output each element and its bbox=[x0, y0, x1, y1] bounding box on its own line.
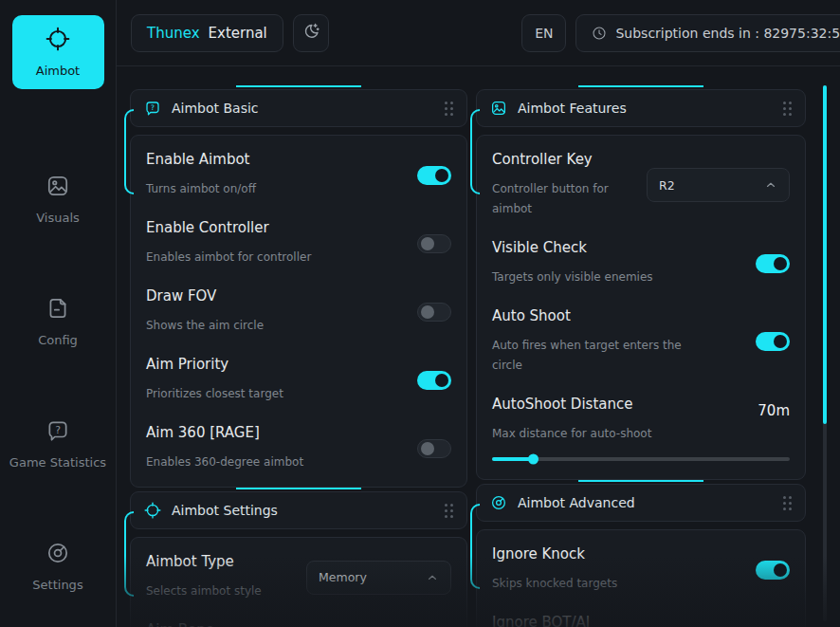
drag-handle[interactable] bbox=[445, 101, 453, 116]
sidebar-item-label: Game Statistics bbox=[9, 455, 106, 470]
setting-label: Aim Priority bbox=[146, 356, 283, 373]
setting-label: Draw FOV bbox=[146, 287, 264, 304]
card-title: Aimbot Settings bbox=[172, 503, 278, 518]
section-accent-line bbox=[236, 488, 361, 489]
setting-description: Turns aimbot on/off bbox=[146, 179, 256, 199]
section-accent-line bbox=[578, 85, 703, 87]
ignore-knock-toggle[interactable] bbox=[756, 561, 790, 580]
setting-row: Aim Bone Chooses the aim body part Head bbox=[146, 611, 451, 627]
sidebar-item-visuals[interactable]: Visuals bbox=[0, 138, 116, 261]
setting-row: Draw FOV Shows the aim circle bbox=[146, 277, 451, 345]
aim-priority-toggle[interactable] bbox=[417, 371, 451, 390]
setting-row: AutoShoot Distance 70m Max distance for … bbox=[492, 385, 790, 474]
select-value: R2 bbox=[659, 178, 675, 193]
setting-label: Ignore BOT/AI bbox=[492, 614, 609, 627]
section-accent-bracket bbox=[124, 511, 134, 597]
brand-button[interactable]: Thunex External bbox=[131, 14, 283, 52]
theme-toggle-button[interactable] bbox=[293, 14, 329, 52]
card-body-aimbot-settings: Aimbot Type Selects aimbot style Memory … bbox=[130, 537, 467, 627]
aim-360-rage-toggle[interactable] bbox=[417, 439, 451, 458]
app-window: Aimbot Visuals Config ? Game Statistics … bbox=[0, 0, 840, 627]
slider-fill bbox=[492, 457, 531, 461]
enable-controller-toggle[interactable] bbox=[417, 234, 451, 253]
subscription-text: Subscription ends in : 82975:32:53 bbox=[615, 26, 840, 41]
card-body-aimbot-basic: Enable Aimbot Turns aimbot on/off Enable… bbox=[130, 135, 467, 488]
image-icon bbox=[46, 174, 70, 201]
card-title: Aimbot Basic bbox=[172, 101, 259, 116]
column-right: Aimbot Features Controller Key Controlle… bbox=[476, 85, 806, 627]
main-area: Thunex External EN Subscription ends in … bbox=[117, 0, 840, 627]
controller-key-select[interactable]: R2 bbox=[647, 168, 790, 202]
svg-text:?: ? bbox=[55, 424, 61, 436]
sidebar-item-label: Settings bbox=[32, 578, 82, 592]
question-bubble-icon: ? bbox=[46, 418, 70, 446]
setting-row: Enable Controller Enables aimbot for con… bbox=[146, 209, 451, 277]
slider-value: 70m bbox=[758, 402, 790, 419]
sidebar-item-game-statistics[interactable]: ? Game Statistics bbox=[0, 383, 116, 506]
card-title: Aimbot Advanced bbox=[518, 495, 635, 510]
scrollbar-thumb[interactable] bbox=[823, 85, 827, 424]
auto-shoot-toggle[interactable] bbox=[756, 332, 790, 351]
draw-fov-toggle[interactable] bbox=[417, 303, 451, 322]
column-left: ? Aimbot Basic Enable Aimbot Turns aimbo… bbox=[130, 85, 467, 627]
section-aimbot-advanced: Aimbot Advanced Ignore Knock Skips knock… bbox=[476, 480, 806, 627]
chevron-up-icon bbox=[426, 571, 439, 584]
slider-knob[interactable] bbox=[528, 454, 539, 465]
setting-label: Aimbot Type bbox=[146, 553, 262, 570]
drag-handle[interactable] bbox=[445, 504, 453, 518]
section-aimbot-basic: ? Aimbot Basic Enable Aimbot Turns aimbo… bbox=[130, 85, 467, 488]
sidebar-item-aimbot[interactable]: Aimbot bbox=[12, 15, 104, 89]
card-header-aimbot-basic: ? Aimbot Basic bbox=[130, 89, 467, 127]
setting-label: Aim Bone bbox=[146, 621, 300, 627]
setting-label: Enable Aimbot bbox=[146, 151, 256, 168]
aimbot-type-select[interactable]: Memory bbox=[306, 561, 451, 595]
section-accent-line bbox=[236, 85, 361, 87]
brand-name: Thunex bbox=[147, 25, 200, 42]
setting-description: Shows the aim circle bbox=[146, 316, 264, 336]
section-accent-bracket bbox=[470, 504, 480, 589]
setting-row: Ignore Knock Skips knocked targets bbox=[492, 535, 790, 603]
sidebar-item-label: Config bbox=[38, 333, 78, 347]
setting-row: Aimbot Type Selects aimbot style Memory bbox=[146, 543, 451, 611]
setting-label: Aim 360 [RAGE] bbox=[146, 424, 303, 441]
section-aimbot-settings: Aimbot Settings Aimbot Type Selects aimb… bbox=[130, 488, 467, 627]
content-scrollbar[interactable] bbox=[823, 85, 827, 621]
section-accent-bracket bbox=[124, 109, 134, 194]
sidebar: Aimbot Visuals Config ? Game Statistics … bbox=[0, 0, 117, 627]
select-value: Memory bbox=[319, 570, 367, 584]
card-header-aimbot-advanced: Aimbot Advanced bbox=[476, 484, 806, 522]
brand-suffix: External bbox=[209, 25, 267, 42]
drag-handle[interactable] bbox=[783, 101, 792, 116]
question-bubble-icon: ? bbox=[144, 100, 161, 117]
subscription-badge: Subscription ends in : 82975:32:53 bbox=[575, 14, 840, 52]
section-accent-line bbox=[578, 480, 703, 482]
enable-aimbot-toggle[interactable] bbox=[417, 166, 451, 185]
crosshair-icon bbox=[46, 27, 70, 54]
sidebar-item-settings[interactable]: Settings bbox=[0, 505, 116, 627]
drag-handle[interactable] bbox=[783, 496, 792, 510]
setting-row: Auto Shoot Auto fires when target enters… bbox=[492, 297, 790, 385]
card-title: Aimbot Features bbox=[518, 101, 627, 116]
visible-check-toggle[interactable] bbox=[756, 254, 790, 273]
card-body-aimbot-advanced: Ignore Knock Skips knocked targets Ignor… bbox=[476, 529, 806, 627]
setting-row: Controller Key Controller button for aim… bbox=[492, 140, 790, 229]
chevron-up-icon bbox=[764, 178, 777, 192]
card-header-aimbot-features: Aimbot Features bbox=[476, 89, 806, 127]
setting-description: Enables aimbot for controller bbox=[146, 248, 311, 267]
setting-label: Enable Controller bbox=[146, 219, 311, 236]
setting-row: Aim 360 [RAGE] Enables 360-degree aimbot bbox=[146, 414, 451, 482]
file-icon bbox=[46, 296, 70, 323]
autoshoot-distance-slider[interactable] bbox=[492, 457, 790, 461]
setting-description: Targets only visible enemies bbox=[492, 267, 653, 287]
sidebar-item-config[interactable]: Config bbox=[0, 261, 116, 383]
setting-row: Enable Aimbot Turns aimbot on/off bbox=[146, 140, 451, 209]
clock-icon bbox=[592, 26, 607, 41]
image-icon bbox=[490, 100, 507, 117]
crosshair-icon bbox=[144, 502, 161, 519]
setting-description: Max distance for auto-shoot bbox=[492, 424, 790, 444]
language-label: EN bbox=[535, 26, 553, 41]
setting-label: Ignore Knock bbox=[492, 545, 617, 562]
sidebar-item-label: Aimbot bbox=[36, 64, 80, 78]
setting-description: Selects aimbot style bbox=[146, 581, 262, 601]
language-button[interactable]: EN bbox=[521, 14, 566, 52]
